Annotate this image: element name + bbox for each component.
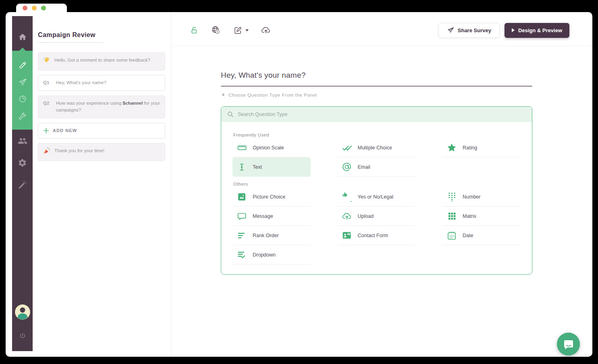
lock-open-icon[interactable] [189, 26, 199, 35]
search-icon [227, 111, 234, 118]
question-number: Q2 [43, 100, 52, 107]
empty-cell [442, 157, 521, 177]
current-question-title: Hey, What's your name? [221, 71, 592, 80]
search-bar [221, 107, 532, 122]
rating-icon [446, 143, 457, 153]
rank-order-icon [237, 231, 247, 240]
picture-choice-icon [237, 192, 247, 202]
question-item-q1[interactable]: Q1 Hey, What's your name? [38, 75, 165, 91]
question-text: How was your experience using $channel f… [56, 100, 160, 114]
question-item-q2[interactable]: Q2 How was your experience using $channe… [38, 95, 165, 119]
zoom-window-dot[interactable] [41, 6, 46, 10]
wave-emoji [43, 56, 50, 66]
welcome-message-text: Hello, Got a moment to share some feedba… [54, 57, 150, 64]
window-tab [16, 4, 67, 12]
main-area: $ Share Surv [171, 12, 592, 357]
question-type-number[interactable]: Number [442, 187, 521, 207]
section-title: Frequently Used [233, 132, 521, 137]
question-type-upload[interactable]: Upload [338, 207, 416, 226]
question-type-multiple-choice[interactable]: Multiple Choice [338, 138, 416, 157]
share-plane-icon [447, 27, 454, 34]
question-type-picture-choice[interactable]: Picture Choice [233, 187, 311, 207]
choose-type-hint: Choose Question Type From the Panel [221, 93, 592, 97]
question-type-dropdown[interactable]: Dropdown [233, 245, 311, 265]
question-type-yes-no-legal[interactable]: Yes or No/Legal [338, 187, 416, 207]
question-type-email[interactable]: Email [338, 157, 416, 177]
section-title: Others [233, 182, 521, 186]
party-emoji [43, 147, 50, 157]
survey-title: Campaign Review [38, 31, 103, 43]
upload-cloud-icon [342, 211, 352, 221]
matrix-grid-icon [446, 211, 457, 221]
question-list-panel: Campaign Review Hello, Got a moment to s… [33, 12, 171, 357]
toolbar: $ Share Surv [171, 12, 592, 46]
question-number: Q1 [43, 79, 52, 87]
pencil-icon[interactable] [12, 57, 33, 73]
caret-down-icon [245, 29, 249, 31]
question-text: Hey, What's your name? [56, 79, 106, 87]
avatar[interactable] [15, 304, 30, 320]
question-editor: Hey, What's your name? Choose Question T… [171, 46, 592, 275]
question-title-underline [221, 86, 532, 87]
question-type-text[interactable]: Text [233, 157, 311, 177]
power-icon[interactable] [12, 328, 33, 344]
app-window: Campaign Review Hello, Got a moment to s… [6, 12, 592, 357]
wrench-icon[interactable] [12, 108, 33, 124]
variable-token: $channel [123, 101, 143, 105]
share-survey-button[interactable]: Share Survey [438, 23, 500, 38]
thank-you-text: Thank you for your time! [54, 147, 104, 155]
empty-cell [442, 245, 521, 265]
search-input[interactable] [238, 112, 526, 117]
paper-plane-icon[interactable] [12, 74, 33, 90]
design-preview-button[interactable]: Design & Preview [505, 23, 569, 38]
add-new-label: ADD NEW [53, 127, 77, 134]
email-icon [342, 162, 352, 172]
welcome-message-item[interactable]: Hello, Got a moment to share some feedba… [38, 52, 165, 70]
question-type-rank-order[interactable]: Rank Order [233, 226, 311, 245]
number-pad-icon [446, 192, 457, 202]
sidebar [12, 16, 33, 351]
text-cursor-icon [237, 162, 247, 172]
message-bubble-icon [237, 211, 247, 221]
question-type-date[interactable]: Date [442, 226, 521, 245]
users-icon[interactable] [12, 133, 33, 149]
design-preview-label: Design & Preview [518, 27, 562, 33]
pie-chart-icon[interactable] [12, 91, 33, 107]
multiple-choice-icon [342, 143, 352, 153]
contact-form-icon [342, 230, 352, 240]
question-type-panel: Frequently Used Opinion Scale [221, 106, 532, 275]
opinion-scale-icon [237, 143, 247, 153]
question-type-opinion-scale[interactable]: Opinion Scale [233, 138, 311, 157]
question-type-message[interactable]: Message [233, 207, 311, 226]
minimize-window-dot[interactable] [32, 6, 37, 10]
others-grid: Picture Choice Yes or No/Legal [233, 187, 521, 265]
play-icon [512, 28, 515, 32]
sidebar-build-group [12, 51, 33, 130]
gear-icon[interactable] [12, 155, 33, 171]
question-type-contact-form[interactable]: Contact Form [338, 226, 416, 245]
svg-text:$: $ [217, 30, 218, 33]
empty-cell [338, 245, 416, 265]
question-type-matrix[interactable]: Matrix [442, 207, 521, 226]
question-type-list: Frequently Used Opinion Scale [221, 122, 532, 274]
add-new-question-button[interactable]: ADD NEW [38, 123, 165, 139]
plus-icon [43, 128, 49, 134]
question-type-rating[interactable]: Rating [442, 138, 521, 157]
globe-currency-icon[interactable]: $ [211, 25, 221, 35]
compose-icon[interactable] [233, 26, 249, 35]
frequently-used-grid: Opinion Scale Multiple Choice [233, 138, 521, 177]
share-survey-label: Share Survey [458, 27, 491, 33]
thumbs-icon [342, 192, 352, 202]
sidebar-bottom [12, 304, 33, 351]
close-window-dot[interactable] [23, 6, 27, 10]
magic-wand-icon[interactable] [12, 176, 33, 192]
chat-bubble-icon [563, 339, 574, 350]
dropdown-icon [237, 250, 247, 260]
sparkle-icon [221, 93, 226, 97]
home-icon[interactable] [12, 29, 33, 45]
question-list: Hello, Got a moment to share some feedba… [38, 52, 165, 161]
cloud-upload-icon[interactable] [261, 25, 271, 35]
thank-you-item[interactable]: Thank you for your time! [38, 143, 165, 161]
chat-launcher-button[interactable] [557, 333, 580, 356]
calendar-icon [446, 231, 457, 240]
